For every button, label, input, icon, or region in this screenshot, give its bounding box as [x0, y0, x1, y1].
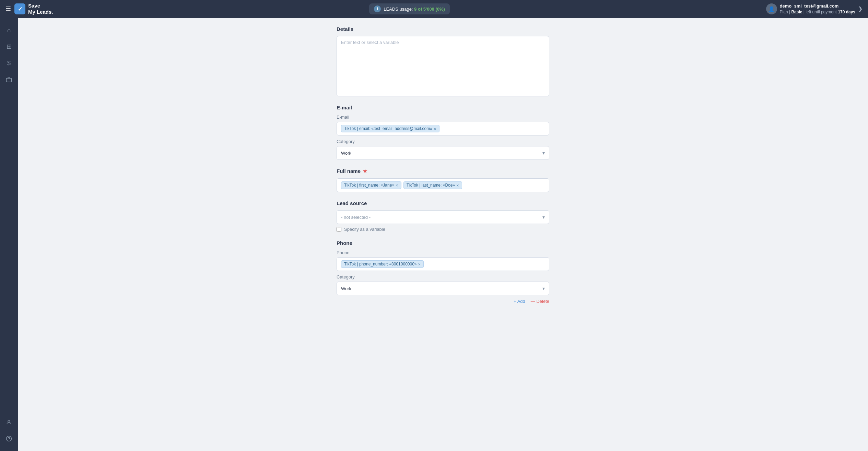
phone-category-label: Category	[337, 274, 549, 280]
sidebar-item-integrations[interactable]: ⊞	[2, 40, 16, 54]
topbar-center: i LEADS usage: 9 of 5'000 (0%)	[369, 3, 450, 14]
fullname-tag1-text: TikTok | first_name: «Jane»	[344, 183, 394, 188]
fullname-title: Full name ★	[337, 168, 549, 174]
email-category-value: Work	[341, 151, 351, 156]
leads-count: 9 of 5'000 (0%)	[414, 7, 445, 12]
topbar: ☰ ✓ Save My Leads. i LEADS usage: 9 of 5…	[0, 0, 868, 18]
email-tag-close[interactable]: ×	[434, 127, 436, 131]
leadsource-chevron: ▾	[542, 214, 545, 220]
user-info[interactable]: 👤 demo_sml_test@gmail.com Plan | Basic |…	[766, 3, 863, 15]
email-tag-text: TikTok | email: «test_email_address@mail…	[344, 126, 432, 131]
info-icon: i	[374, 5, 381, 12]
sidebar-bottom	[2, 415, 16, 446]
fullname-group: Full name ★ TikTok | first_name: «Jane» …	[337, 168, 549, 192]
user-plan: Plan | Basic | left until payment 170 da…	[780, 9, 855, 15]
svg-rect-0	[7, 78, 12, 82]
fullname-tag1[interactable]: TikTok | first_name: «Jane» ×	[341, 181, 401, 189]
specify-variable-checkbox[interactable]	[337, 227, 341, 232]
logo-icon: ✓	[14, 3, 25, 14]
phone-category-chevron: ▾	[542, 286, 545, 291]
leadsource-select[interactable]: - not selected - ▾	[337, 210, 549, 224]
hamburger-button[interactable]: ☰	[5, 5, 11, 13]
phone-category-value: Work	[341, 286, 351, 291]
email-section-title: E-mail	[337, 105, 549, 110]
main-content: Details E-mail E-mail TikTok | email: «t…	[18, 18, 868, 451]
phone-tag[interactable]: TikTok | phone_number: «8001000000» ×	[341, 260, 424, 268]
logo-text: Save My Leads.	[28, 3, 53, 15]
fullname-tag2[interactable]: TikTok | last_name: «Doe» ×	[403, 181, 462, 189]
sidebar-item-profile[interactable]	[2, 415, 16, 429]
email-field-label: E-mail	[337, 115, 549, 120]
phone-category-select[interactable]: Work ▾	[337, 282, 549, 295]
chevron-right-icon: ❯	[858, 5, 863, 12]
specify-variable-row: Specify as a variable	[337, 227, 549, 232]
sidebar-item-billing[interactable]: $	[2, 56, 16, 70]
email-category-select[interactable]: Work ▾	[337, 146, 549, 160]
leadsource-title: Lead source	[337, 200, 549, 206]
sidebar-item-home[interactable]: ⌂	[2, 23, 16, 37]
specify-variable-label[interactable]: Specify as a variable	[344, 227, 385, 232]
phone-section-title: Phone	[337, 240, 549, 246]
fullname-input-field[interactable]: TikTok | first_name: «Jane» × TikTok | l…	[337, 178, 549, 192]
topbar-right: 👤 demo_sml_test@gmail.com Plan | Basic |…	[766, 3, 863, 15]
topbar-left: ☰ ✓ Save My Leads.	[5, 3, 53, 15]
phone-tag-close[interactable]: ×	[418, 262, 421, 266]
email-category-label: Category	[337, 139, 549, 144]
phone-input-field[interactable]: TikTok | phone_number: «8001000000» ×	[337, 257, 549, 271]
leadsource-group: Lead source - not selected - ▾ Specify a…	[337, 200, 549, 232]
form-section: Details E-mail E-mail TikTok | email: «t…	[337, 26, 549, 304]
email-group: E-mail E-mail TikTok | email: «test_emai…	[337, 105, 549, 160]
user-details: demo_sml_test@gmail.com Plan | Basic | l…	[780, 3, 855, 15]
email-category-chevron: ▾	[542, 150, 545, 156]
action-row: + Add — Delete	[337, 299, 549, 304]
fullname-tag2-close[interactable]: ×	[456, 183, 459, 188]
leads-usage-text: LEADS usage: 9 of 5'000 (0%)	[384, 7, 445, 12]
fullname-tag2-text: TikTok | last_name: «Doe»	[407, 183, 455, 188]
leads-usage-badge: i LEADS usage: 9 of 5'000 (0%)	[369, 3, 450, 14]
phone-group: Phone Phone TikTok | phone_number: «8001…	[337, 240, 549, 304]
user-avatar: 👤	[766, 3, 777, 14]
sidebar-item-help[interactable]	[2, 432, 16, 446]
leadsource-placeholder: - not selected -	[341, 215, 371, 220]
add-button[interactable]: + Add	[514, 299, 525, 304]
svg-point-1	[8, 420, 10, 422]
phone-field-label: Phone	[337, 250, 549, 255]
sidebar-item-jobs[interactable]	[2, 73, 16, 86]
details-title: Details	[337, 26, 549, 32]
delete-button[interactable]: — Delete	[531, 299, 549, 304]
email-input-field[interactable]: TikTok | email: «test_email_address@mail…	[337, 122, 549, 135]
details-textarea-wrapper[interactable]	[337, 36, 549, 96]
sidebar: ⌂ ⊞ $	[0, 18, 18, 451]
email-tag[interactable]: TikTok | email: «test_email_address@mail…	[341, 125, 439, 132]
required-star: ★	[363, 168, 367, 174]
phone-tag-text: TikTok | phone_number: «8001000000»	[344, 262, 417, 266]
details-textarea[interactable]	[341, 40, 545, 91]
logo: ✓ Save My Leads.	[14, 3, 53, 15]
details-group: Details	[337, 26, 549, 96]
fullname-tag1-close[interactable]: ×	[396, 183, 398, 188]
user-email: demo_sml_test@gmail.com	[780, 3, 855, 9]
